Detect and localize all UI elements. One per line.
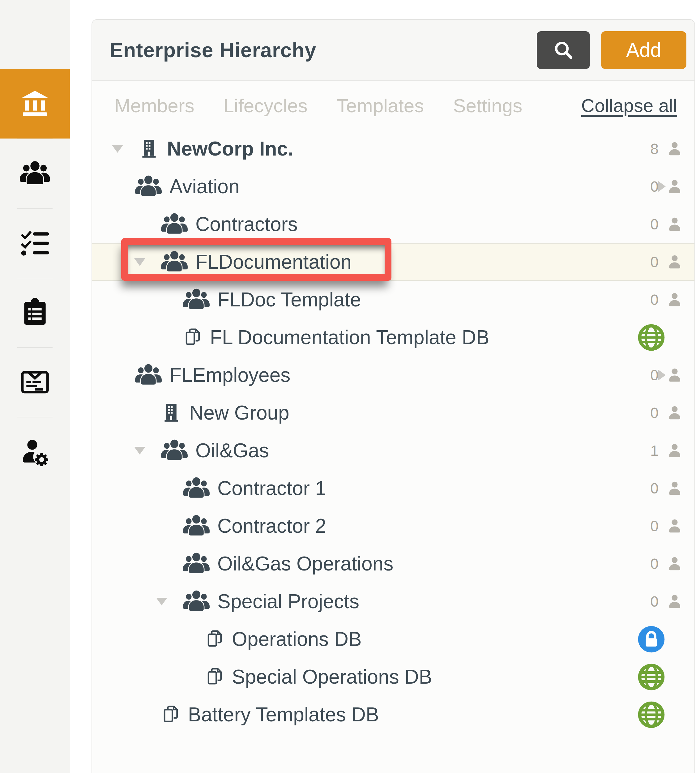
member-count: 0 (650, 178, 659, 195)
tree-row-label: Special Operations DB (232, 665, 432, 688)
contact-card-icon (19, 366, 51, 398)
member-count: 0 (650, 291, 659, 308)
tab-lifecycles[interactable]: Lifecycles (223, 95, 307, 117)
group-icon (160, 210, 189, 238)
tree-row-label: FLEmployees (169, 363, 290, 386)
lock-private-icon[interactable] (636, 624, 666, 654)
tabs: MembersLifecyclesTemplatesSettings (114, 95, 551, 117)
tree-row-fldoc-template[interactable]: FLDoc Template0 (92, 281, 694, 319)
copy-pages-icon (160, 702, 181, 727)
tree-row-label: FLDocumentation (196, 250, 352, 273)
group-icon (134, 361, 163, 389)
enterprise-hierarchy-panel: Enterprise Hierarchy Add MembersLifecycl… (92, 19, 695, 773)
person-icon (665, 177, 684, 196)
caret-down-icon[interactable] (156, 598, 182, 605)
tree-row-special-operations-db[interactable]: Special Operations DB (92, 658, 694, 696)
hierarchy-tree: NewCorp Inc.8Aviation0Contractors0FLDocu… (92, 130, 694, 734)
member-count: 1 (650, 442, 659, 459)
tree-row-oil-gas-operations[interactable]: Oil&Gas Operations0 (92, 545, 694, 582)
member-count: 0 (650, 480, 659, 497)
person-icon (665, 290, 684, 309)
page-title: Enterprise Hierarchy (110, 38, 537, 62)
user-gear-icon (19, 436, 51, 468)
tree-row-label: Contractor 2 (217, 515, 326, 538)
sidebar-item-user-admin[interactable] (0, 417, 70, 486)
tree-row-label: Contractor 1 (217, 477, 326, 500)
caret-down-icon[interactable] (134, 258, 160, 266)
member-count: 0 (650, 253, 659, 271)
caret-down-icon[interactable] (112, 145, 138, 153)
tree-row-label: NewCorp Inc. (167, 137, 293, 160)
member-count: 0 (650, 593, 659, 610)
person-icon (665, 403, 684, 422)
group-icon (182, 549, 210, 578)
tab-members[interactable]: Members (114, 95, 194, 117)
add-button[interactable]: Add (601, 31, 687, 69)
tree-row-contractor-1[interactable]: Contractor 10 (92, 469, 694, 507)
clipboard-icon (19, 296, 51, 329)
sidebar-item-members[interactable] (0, 138, 70, 208)
tree-row-label: Aviation (169, 175, 240, 198)
tree-row-fldocumentation[interactable]: FLDocumentation0 (92, 243, 694, 281)
member-count: 8 (650, 140, 659, 157)
sidebar-item-enterprise[interactable] (0, 69, 70, 138)
sidebar-item-templates[interactable] (0, 278, 70, 347)
copy-pages-icon (204, 664, 225, 689)
tab-settings[interactable]: Settings (453, 95, 522, 117)
person-icon (665, 516, 684, 535)
person-icon (665, 554, 684, 573)
collapse-all-link[interactable]: Collapse all (581, 95, 677, 116)
tree-row-flemployees[interactable]: FLEmployees0 (92, 356, 694, 394)
search-button[interactable] (537, 31, 590, 69)
search-icon (551, 38, 575, 62)
tree-row-operations-db[interactable]: Operations DB (92, 620, 694, 658)
member-count: 0 (650, 216, 659, 233)
group-icon (182, 474, 210, 502)
copy-pages-icon (204, 627, 225, 652)
group-icon (182, 587, 210, 616)
tree-row-oil-gas[interactable]: Oil&Gas1 (92, 432, 694, 469)
person-icon (665, 140, 684, 158)
member-count: 0 (650, 405, 659, 421)
tree-row-contractor-2[interactable]: Contractor 20 (92, 507, 694, 545)
group-icon (160, 248, 189, 276)
tree-row-label: Operations DB (232, 628, 362, 651)
group-icon (160, 436, 189, 465)
sidebar-nav (0, 69, 70, 486)
member-count: 0 (650, 518, 659, 535)
person-icon (665, 366, 684, 384)
group-icon (182, 512, 210, 540)
tree-row-contractors[interactable]: Contractors0 (92, 205, 694, 243)
group-icon (134, 172, 163, 201)
tree-row-label: FL Documentation Template DB (210, 326, 490, 349)
building-icon (138, 137, 160, 161)
tree-row-aviation[interactable]: Aviation0 (92, 168, 694, 205)
tree-row-fl-documentation-template-db[interactable]: FL Documentation Template DB (92, 319, 694, 356)
tree-row-label: New Group (189, 401, 289, 424)
tree-row-label: Oil&Gas (196, 439, 269, 462)
tabs-row: MembersLifecyclesTemplatesSettings Colla… (92, 81, 694, 130)
globe-public-icon[interactable] (636, 662, 666, 692)
caret-down-icon[interactable] (134, 447, 160, 454)
person-icon (665, 441, 684, 460)
globe-public-icon[interactable] (636, 322, 666, 352)
tree-row-label: Special Projects (217, 590, 359, 613)
sidebar (0, 0, 70, 773)
tree-row-new-group[interactable]: New Group0 (92, 394, 694, 432)
sidebar-item-records[interactable] (0, 347, 70, 417)
sidebar-item-lifecycles[interactable] (0, 208, 70, 278)
person-icon (665, 215, 684, 234)
tree-row-battery-templates-db[interactable]: Battery Templates DB (92, 696, 694, 734)
tab-templates[interactable]: Templates (337, 95, 424, 117)
tree-row-newcorp-inc[interactable]: NewCorp Inc.8 (92, 130, 694, 168)
tree-row-label: Oil&Gas Operations (217, 552, 393, 575)
panel-header: Enterprise Hierarchy Add (92, 20, 694, 81)
group-icon (182, 285, 210, 314)
tree-row-special-projects[interactable]: Special Projects0 (92, 582, 694, 620)
tree-row-label: FLDoc Template (217, 288, 361, 311)
person-icon (665, 592, 684, 611)
globe-public-icon[interactable] (636, 700, 666, 730)
screen: Enterprise Hierarchy Add MembersLifecycl… (0, 0, 700, 773)
member-count: 0 (650, 367, 659, 384)
building-icon (160, 401, 182, 425)
